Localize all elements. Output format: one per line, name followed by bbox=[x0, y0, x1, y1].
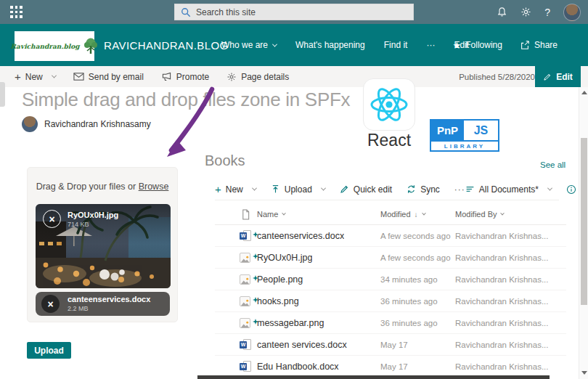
vertical-scrollbar[interactable] bbox=[579, 87, 588, 379]
modified-cell: A few seconds ago bbox=[380, 253, 451, 262]
table-row[interactable]: RyOUx0H.jpg A few seconds ago Ravichandr… bbox=[215, 247, 566, 269]
nav-overflow-ellipsis[interactable]: ··· bbox=[426, 40, 435, 50]
image-preview-card: × RyOUx0H.jpg 714 KB bbox=[36, 204, 171, 288]
info-icon[interactable] bbox=[566, 184, 576, 195]
envelope-icon bbox=[73, 72, 84, 81]
dropzone-prompt: Drag & Drop your files or Browse bbox=[28, 182, 177, 192]
partial-webpart-edge bbox=[197, 375, 550, 379]
search-placeholder: Search this site bbox=[196, 7, 256, 17]
scroll-up-arrow-icon[interactable] bbox=[581, 91, 587, 94]
library-new-button[interactable]: + New bbox=[215, 184, 256, 195]
quick-edit-button[interactable]: Quick edit bbox=[340, 184, 392, 195]
nav-item-who-we-are[interactable]: Who we are bbox=[221, 40, 277, 50]
page-anchor-pin bbox=[0, 82, 5, 107]
file-name-link[interactable]: hooks.png bbox=[257, 296, 299, 306]
react-atom-icon bbox=[365, 81, 413, 129]
table-row[interactable]: W canteen services.docx May 17 Ravichand… bbox=[215, 334, 566, 356]
top-navigation: Who we are What's happening Find it ··· … bbox=[221, 24, 469, 66]
sync-icon bbox=[407, 184, 416, 194]
file-name-link[interactable]: People.png bbox=[257, 274, 303, 285]
column-header-name[interactable]: Name bbox=[257, 210, 285, 219]
scrollbar-thumb[interactable] bbox=[581, 138, 587, 305]
remove-image-file-button[interactable]: × bbox=[43, 210, 61, 228]
pencil-icon bbox=[543, 73, 552, 81]
scroll-down-arrow-icon[interactable] bbox=[581, 371, 587, 375]
sort-descending-icon: ↓ bbox=[415, 211, 418, 219]
page-details-button[interactable]: Page details bbox=[226, 72, 289, 82]
tree-logo-icon bbox=[83, 37, 99, 56]
share-icon bbox=[520, 40, 530, 50]
account-avatar[interactable] bbox=[563, 4, 581, 21]
promote-button[interactable]: Promote bbox=[161, 72, 209, 82]
notifications-bell-icon[interactable] bbox=[497, 7, 507, 17]
modified-cell: 36 minutes ago bbox=[380, 297, 438, 306]
chevron-down-icon bbox=[501, 211, 505, 216]
site-title[interactable]: RAVICHANDRAN.BLOG bbox=[104, 39, 229, 52]
file-type-column-icon[interactable] bbox=[241, 209, 250, 221]
browse-link[interactable]: Browse bbox=[139, 182, 169, 192]
js-logo-text: JS bbox=[464, 121, 498, 140]
page-root: Search this site ? Ravichandran.blog RAV… bbox=[0, 0, 588, 379]
nav-item-find-it[interactable]: Find it bbox=[384, 40, 408, 50]
drag-drop-zone[interactable]: Drag & Drop your files or Browse bbox=[27, 167, 178, 322]
pencil-icon bbox=[340, 184, 349, 194]
sync-button[interactable]: Sync bbox=[407, 184, 440, 195]
see-all-link[interactable]: See all bbox=[540, 160, 565, 169]
doc-file-size: 2.2 MB bbox=[68, 305, 150, 312]
table-row[interactable]: W Edu Handbook.docx May 17 Ravichandran … bbox=[215, 356, 566, 378]
file-name-link[interactable]: messagebar.png bbox=[257, 318, 324, 328]
pnpjs-logo: PnP JS LIBRARY bbox=[430, 119, 499, 152]
star-icon: ★ bbox=[453, 40, 462, 51]
column-header-modified-by[interactable]: Modified By bbox=[455, 210, 504, 219]
help-icon[interactable]: ? bbox=[544, 7, 550, 18]
new-menu-button[interactable]: + New bbox=[15, 71, 56, 82]
site-logo[interactable]: Ravichandran.blog bbox=[15, 31, 94, 61]
modified-by-cell: Ravichandran Krishnas... bbox=[455, 362, 548, 371]
doc-preview-card: × canteenservices.docx 2.2 MB bbox=[36, 292, 170, 316]
file-name-link[interactable]: RyOUx0H.jpg bbox=[257, 253, 312, 263]
pnp-logo-text: PnP bbox=[431, 121, 464, 140]
view-selector[interactable]: All Documents* bbox=[465, 184, 552, 195]
site-header: Ravichandran.blog RAVICHANDRAN.BLOG Who … bbox=[0, 24, 588, 66]
author-avatar bbox=[22, 116, 38, 132]
chevron-down-icon bbox=[422, 211, 426, 216]
app-launcher-icon[interactable] bbox=[10, 6, 23, 18]
search-input[interactable]: Search this site bbox=[174, 4, 414, 20]
search-icon bbox=[181, 7, 191, 17]
file-name-link[interactable]: canteenservices.docx bbox=[257, 231, 344, 241]
file-name-link[interactable]: Edu Handbook.docx bbox=[257, 362, 339, 372]
modified-by-cell: Ravichandran Krishnas... bbox=[455, 253, 548, 262]
library-title: Books bbox=[205, 152, 245, 169]
edit-page-button[interactable]: Edit bbox=[535, 66, 581, 87]
chevron-down-icon bbox=[282, 211, 287, 216]
following-button[interactable]: ★ Following bbox=[453, 40, 502, 51]
modified-cell: A few seconds ago bbox=[380, 232, 451, 240]
word-file-icon: W bbox=[240, 361, 252, 372]
published-status: Published 5/28/2020 bbox=[459, 66, 535, 87]
toolbar-overflow-button[interactable]: ··· bbox=[454, 184, 465, 195]
share-button[interactable]: Share bbox=[520, 40, 558, 50]
gear-icon bbox=[226, 72, 237, 82]
table-row[interactable]: People.png 34 minutes ago Ravichandran K… bbox=[215, 269, 566, 290]
library-upload-button[interactable]: Upload bbox=[271, 184, 325, 195]
modified-cell: May 17 bbox=[380, 341, 408, 349]
upload-button[interactable]: Upload bbox=[27, 342, 71, 359]
megaphone-icon bbox=[161, 72, 172, 81]
column-header-modified[interactable]: Modified↓ bbox=[380, 210, 425, 219]
table-row[interactable]: messagebar.png 36 minutes ago Ravichandr… bbox=[215, 312, 566, 334]
table-row[interactable]: W canteenservices.docx A few seconds ago… bbox=[215, 225, 566, 247]
modified-by-cell: Ravichandran Krishnas... bbox=[455, 232, 548, 240]
nav-item-whats-happening[interactable]: What's happening bbox=[295, 40, 365, 50]
view-list-icon bbox=[465, 184, 475, 194]
image-file-icon bbox=[240, 296, 250, 306]
file-name-link[interactable]: canteen services.docx bbox=[257, 340, 347, 350]
react-logo bbox=[363, 78, 415, 131]
chevron-down-icon bbox=[272, 41, 277, 46]
settings-gear-icon[interactable] bbox=[520, 7, 531, 17]
send-by-email-button[interactable]: Send by email bbox=[73, 72, 144, 82]
remove-doc-file-button[interactable]: × bbox=[41, 295, 60, 313]
table-row[interactable]: hooks.png 36 minutes ago Ravichandran Kr… bbox=[215, 290, 566, 312]
chevron-down-icon bbox=[52, 73, 57, 78]
table-header: Name Modified↓ Modified By bbox=[215, 205, 566, 225]
image-file-name: RyOUx0H.jpg bbox=[68, 211, 118, 219]
